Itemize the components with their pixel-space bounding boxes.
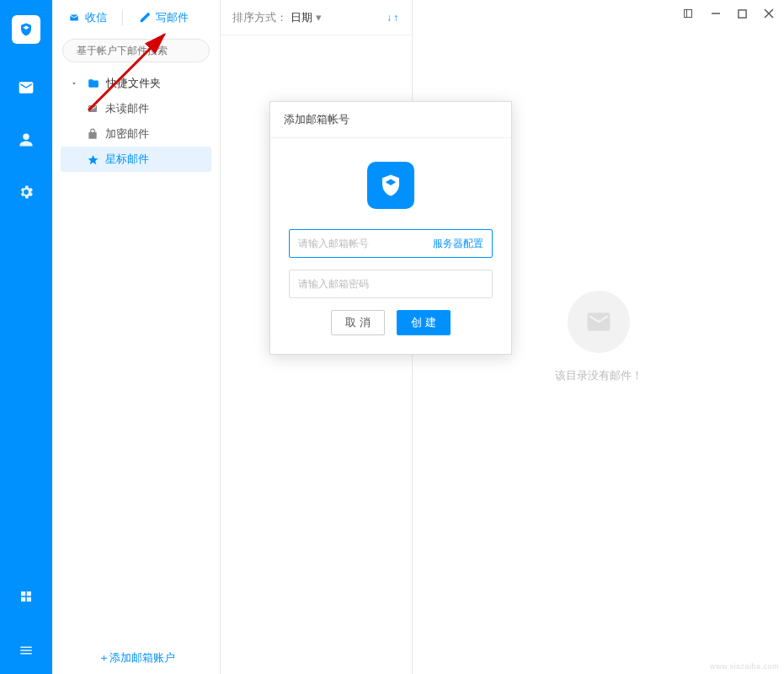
search-box[interactable] xyxy=(62,39,210,62)
search-input[interactable] xyxy=(77,45,203,56)
tree-root-label: 快捷文件夹 xyxy=(106,76,161,91)
add-account-dialog: 添加邮箱帐号 服务器配置 取 消 创 建 xyxy=(269,101,512,355)
app-logo xyxy=(12,15,40,44)
sort-label: 排序方式： xyxy=(232,10,287,25)
mail-icon[interactable] xyxy=(18,79,35,96)
password-input[interactable] xyxy=(298,278,483,290)
svg-rect-0 xyxy=(685,10,692,18)
icon-sidebar xyxy=(0,0,52,674)
dialog-buttons: 取 消 创 建 xyxy=(289,310,493,335)
sidebar-bottom xyxy=(0,573,52,659)
chevron-down-icon xyxy=(67,77,81,90)
receive-button[interactable]: 收信 xyxy=(62,7,112,29)
add-account-button[interactable]: ＋添加邮箱账户 xyxy=(52,650,221,666)
folder-encrypted[interactable]: 加密邮件 xyxy=(61,121,211,147)
folder-toolbar: 收信 写邮件 xyxy=(52,0,220,35)
receive-label: 收信 xyxy=(85,10,107,25)
dialog-title: 添加邮箱帐号 xyxy=(270,102,511,138)
compose-button[interactable]: 写邮件 xyxy=(133,7,194,29)
server-config-link[interactable]: 服务器配置 xyxy=(433,237,483,251)
dialog-body: 服务器配置 取 消 创 建 xyxy=(270,138,511,354)
password-field[interactable] xyxy=(289,270,493,298)
folder-label: 加密邮件 xyxy=(105,126,149,142)
toolbar-divider xyxy=(122,10,123,25)
window-controls xyxy=(682,8,774,19)
sort-direction-icon[interactable]: ↓↑ xyxy=(387,12,400,24)
folder-label: 未读邮件 xyxy=(105,101,149,116)
folder-panel: 收信 写邮件 快捷文件夹 未读邮件 加密邮件 星标邮件 ＋添加邮箱账户 xyxy=(52,0,221,674)
folder-unread[interactable]: 未读邮件 xyxy=(61,96,211,121)
empty-mail-icon xyxy=(568,291,630,353)
empty-state: 该目录没有邮件！ xyxy=(555,291,643,383)
compose-label: 写邮件 xyxy=(156,10,189,25)
star-icon xyxy=(86,152,99,166)
create-button[interactable]: 创 建 xyxy=(397,310,451,335)
menu-icon[interactable] xyxy=(18,642,35,659)
folder-starred[interactable]: 星标邮件 xyxy=(61,147,211,172)
folder-icon xyxy=(87,77,100,90)
svg-rect-3 xyxy=(739,9,746,17)
contacts-icon[interactable] xyxy=(18,131,35,148)
settings-icon[interactable] xyxy=(18,184,35,201)
envelope-icon xyxy=(86,102,99,115)
chevron-down-icon: ▾ xyxy=(316,11,322,24)
empty-text: 该目录没有邮件！ xyxy=(555,368,643,383)
dialog-logo xyxy=(367,162,414,209)
layout-icon[interactable] xyxy=(682,8,694,19)
tree-root[interactable]: 快捷文件夹 xyxy=(61,71,211,96)
folder-tree: 快捷文件夹 未读邮件 加密邮件 星标邮件 xyxy=(52,71,220,172)
sort-bar[interactable]: 排序方式： 日期 ▾ ↓↑ xyxy=(221,0,412,35)
account-input[interactable] xyxy=(298,238,433,249)
account-field[interactable]: 服务器配置 xyxy=(289,229,493,258)
maximize-button[interactable] xyxy=(738,9,747,19)
minimize-button[interactable] xyxy=(711,8,721,19)
folder-label: 星标邮件 xyxy=(105,152,149,167)
apps-icon[interactable] xyxy=(18,588,35,605)
close-button[interactable] xyxy=(764,8,774,19)
sort-value: 日期 xyxy=(291,10,312,25)
watermark: www.xiazaiba.com xyxy=(710,662,779,671)
cancel-button[interactable]: 取 消 xyxy=(331,310,385,335)
lock-icon xyxy=(86,127,99,141)
